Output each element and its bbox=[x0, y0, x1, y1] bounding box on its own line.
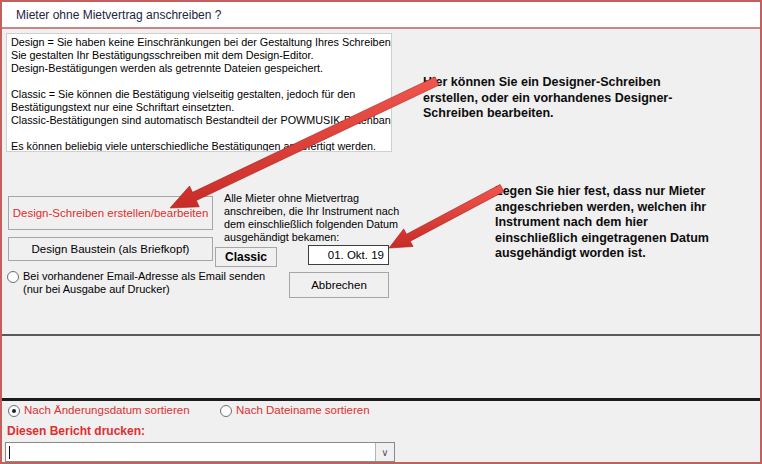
sort-by-date-radio[interactable]: Nach Änderungsdatum sortieren bbox=[8, 404, 190, 417]
text-caret bbox=[9, 446, 10, 459]
radio-circle-icon[interactable] bbox=[220, 405, 232, 417]
info-box-text: Design = Sie haben keine Einschränkungen… bbox=[6, 33, 392, 152]
instruction-text: Alle Mieter ohne Mietvertrag anschreiben… bbox=[224, 192, 399, 244]
red-arrow-icon bbox=[389, 185, 504, 249]
dialog-window: Mieter ohne Mietvertrag anschreiben ? De… bbox=[0, 0, 762, 464]
annotation-date-note: Legen Sie hier fest, dass nur Mieter ang… bbox=[495, 184, 709, 262]
separator-line bbox=[2, 334, 760, 336]
date-input[interactable] bbox=[308, 245, 389, 265]
radio-selected-icon[interactable] bbox=[8, 405, 20, 417]
email-radio-label: Bei vorhandener Email-Adresse als Email … bbox=[23, 270, 265, 296]
classic-button[interactable]: Classic bbox=[215, 247, 277, 267]
annotation-design-note: Hier können Sie ein Designer-Schreiben e… bbox=[423, 75, 672, 122]
chevron-down-icon[interactable]: ∨ bbox=[375, 443, 394, 461]
title-bar: Mieter ohne Mietvertrag anschreiben ? bbox=[2, 2, 760, 29]
design-letter-button[interactable]: Design-Schreiben erstellen/bearbeiten bbox=[8, 196, 213, 230]
report-combobox[interactable]: ∨ bbox=[5, 442, 395, 462]
radio-circle-icon[interactable] bbox=[7, 271, 19, 283]
design-baustein-button[interactable]: Design Baustein (als Briefkopf) bbox=[8, 237, 213, 261]
window-title: Mieter ohne Mietvertrag anschreiben ? bbox=[16, 8, 221, 22]
email-radio[interactable]: Bei vorhandener Email-Adresse als Email … bbox=[7, 270, 265, 296]
separator-line bbox=[2, 398, 760, 401]
sort-by-filename-label: Nach Dateiname sortieren bbox=[236, 404, 370, 417]
cancel-button[interactable]: Abbrechen bbox=[289, 272, 389, 298]
sort-by-date-label: Nach Änderungsdatum sortieren bbox=[24, 404, 190, 417]
print-report-label: Diesen Bericht drucken: bbox=[7, 424, 145, 438]
sort-by-filename-radio[interactable]: Nach Dateiname sortieren bbox=[220, 404, 370, 417]
